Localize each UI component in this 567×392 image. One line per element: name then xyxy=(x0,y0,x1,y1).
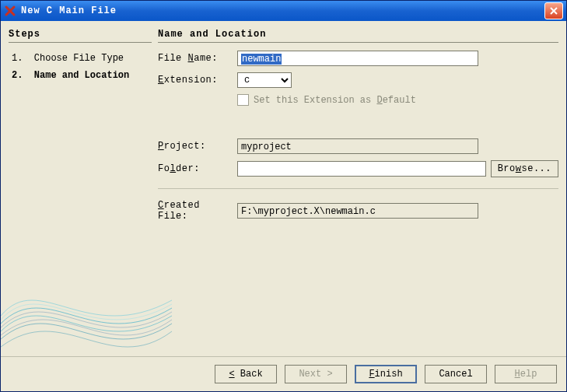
finish-button[interactable]: Finish xyxy=(355,365,417,383)
extension-row: Extension: c xyxy=(158,72,558,88)
set-default-label: Set this Extension as Default xyxy=(254,95,416,106)
dialog-window: New C Main File Steps 1. Choose File Typ… xyxy=(0,0,567,392)
step-item-2: 2. Name and Location xyxy=(12,68,152,85)
created-file-label: Created File: xyxy=(158,200,233,222)
created-file-field: F:\myproject.X\newmain.c xyxy=(237,203,478,219)
file-name-label: File Name: xyxy=(158,53,233,64)
next-button: Next > xyxy=(285,365,347,383)
cancel-button[interactable]: Cancel xyxy=(425,365,487,383)
step-list: 1. Choose File Type 2. Name and Location xyxy=(9,51,152,84)
file-name-row: File Name: newmain xyxy=(158,51,558,66)
close-button[interactable] xyxy=(544,2,563,19)
help-button[interactable]: Help xyxy=(495,365,557,383)
window-title: New C Main File xyxy=(21,5,544,16)
extension-label: Extension: xyxy=(158,75,233,86)
decorative-waves xyxy=(1,246,172,355)
divider xyxy=(158,188,558,189)
set-default-row: Set this Extension as Default xyxy=(237,94,558,106)
extension-select[interactable]: c xyxy=(237,72,292,88)
created-file-row: Created File: F:\myproject.X\newmain.c xyxy=(158,200,558,222)
dialog-body: Steps 1. Choose File Type 2. Name and Lo… xyxy=(1,21,566,356)
titlebar[interactable]: New C Main File xyxy=(1,1,566,21)
folder-row: Folder: Browse... xyxy=(158,160,558,177)
set-default-checkbox[interactable] xyxy=(237,94,249,106)
file-name-input[interactable]: newmain xyxy=(237,51,478,66)
app-icon xyxy=(4,5,16,17)
form-heading: Name and Location xyxy=(158,29,558,43)
back-button[interactable]: < Back xyxy=(215,365,277,383)
project-field: myproject xyxy=(237,138,478,154)
steps-heading: Steps xyxy=(9,29,152,43)
folder-input[interactable] xyxy=(237,161,486,177)
form-panel: Name and Location File Name: newmain Ext… xyxy=(158,29,558,355)
folder-label: Folder: xyxy=(158,163,233,174)
browse-button[interactable]: Browse... xyxy=(491,160,558,177)
step-item-1: 1. Choose File Type xyxy=(12,51,152,68)
dialog-footer: < Back Next > Finish Cancel Help xyxy=(1,356,566,391)
project-label: Project: xyxy=(158,141,233,152)
project-row: Project: myproject xyxy=(158,138,558,154)
steps-panel: Steps 1. Choose File Type 2. Name and Lo… xyxy=(9,29,152,355)
